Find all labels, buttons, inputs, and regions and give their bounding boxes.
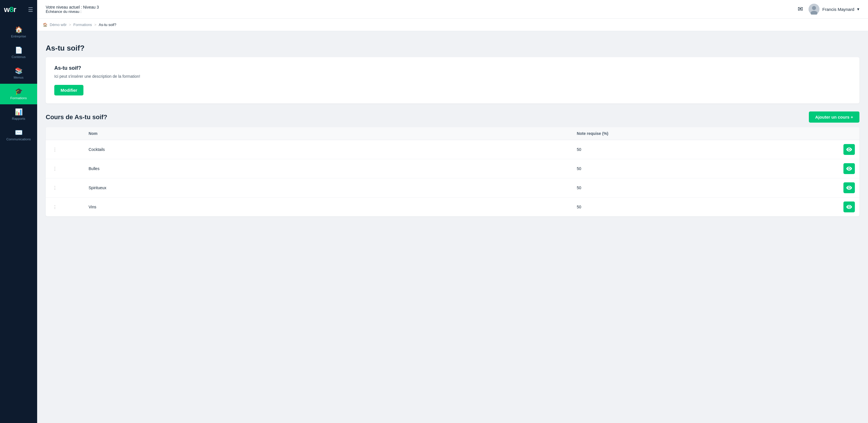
main-area: Votre niveau actuel : Niveau 3 Échéance … bbox=[37, 0, 868, 423]
avatar bbox=[809, 4, 819, 14]
cours-header: Cours de As-tu soif? Ajouter un cours + bbox=[46, 112, 860, 123]
content-inner: As-tu soif? As-tu soif? Ici peut s'insér… bbox=[37, 31, 868, 225]
cours-action-cell bbox=[816, 178, 860, 198]
mail-notification-icon[interactable]: ✉ bbox=[798, 5, 803, 13]
sidebar-label-formations: Formations bbox=[10, 96, 27, 100]
hamburger-icon[interactable]: ☰ bbox=[28, 6, 33, 13]
drag-handle-cell: ⋮ bbox=[46, 198, 84, 217]
sidebar: w8r ☰ 🏠 Entreprise 📄 Contenus 📚 Menus 🎓 … bbox=[0, 0, 37, 423]
echeance-text: Échéance du niveau : bbox=[46, 9, 99, 14]
drag-handle-icon[interactable]: ⋮ bbox=[50, 147, 59, 152]
formation-card-title: As-tu soif? bbox=[54, 65, 851, 71]
topbar: Votre niveau actuel : Niveau 3 Échéance … bbox=[37, 0, 868, 19]
cours-action-cell bbox=[816, 159, 860, 178]
eye-icon bbox=[846, 148, 852, 151]
logo: w8r bbox=[4, 5, 16, 14]
topbar-right: ✉ Francis Maynard ▾ bbox=[798, 4, 860, 14]
sidebar-label-contenus: Contenus bbox=[11, 55, 25, 59]
breadcrumb-home[interactable]: Démo w8r bbox=[50, 23, 67, 27]
modifier-button[interactable]: Modifier bbox=[54, 85, 84, 95]
table-row: ⋮ Spiritueux 50 bbox=[46, 178, 860, 198]
breadcrumb-sep-1: > bbox=[69, 23, 71, 27]
breadcrumb: 🏠 Démo w8r > Formations > As-tu soif? bbox=[37, 19, 868, 31]
breadcrumb-formations[interactable]: Formations bbox=[73, 23, 92, 27]
avatar-icon bbox=[809, 4, 819, 14]
drag-handle-icon[interactable]: ⋮ bbox=[50, 167, 59, 171]
cours-section-title: Cours de As-tu soif? bbox=[46, 114, 107, 121]
drag-handle-cell: ⋮ bbox=[46, 159, 84, 178]
drag-handle-icon[interactable]: ⋮ bbox=[50, 185, 59, 190]
breadcrumb-sep-2: > bbox=[94, 23, 97, 27]
page-title: As-tu soif? bbox=[46, 44, 860, 53]
user-name: Francis Maynard bbox=[822, 7, 854, 12]
sidebar-label-rapports: Rapports bbox=[12, 117, 25, 120]
user-menu[interactable]: Francis Maynard ▾ bbox=[809, 4, 860, 14]
sidebar-label-menus: Menus bbox=[14, 76, 24, 79]
cours-name-cell: Vins bbox=[84, 198, 572, 217]
eye-icon bbox=[846, 186, 852, 190]
cours-name-cell: Bulles bbox=[84, 159, 572, 178]
cours-action-cell bbox=[816, 140, 860, 159]
view-cours-button[interactable] bbox=[843, 182, 855, 193]
col-header-drag bbox=[46, 127, 84, 140]
home-icon: 🏠 bbox=[15, 27, 23, 33]
formation-card-description: Ici peut s'insérer une description de la… bbox=[54, 74, 851, 79]
chart-icon: 📊 bbox=[15, 109, 23, 115]
sidebar-item-rapports[interactable]: 📊 Rapports bbox=[0, 104, 37, 125]
cours-table-body: ⋮ Cocktails 50 ⋮ Bulles 50 bbox=[46, 140, 860, 217]
view-cours-button[interactable] bbox=[843, 202, 855, 212]
breadcrumb-current: As-tu soif? bbox=[99, 23, 116, 27]
cours-name-cell: Cocktails bbox=[84, 140, 572, 159]
eye-icon bbox=[846, 205, 852, 209]
mail-icon: ✉️ bbox=[15, 129, 23, 136]
eye-icon bbox=[846, 167, 852, 171]
col-header-nom: Nom bbox=[84, 127, 572, 140]
table-row: ⋮ Bulles 50 bbox=[46, 159, 860, 178]
cours-name-cell: Spiritueux bbox=[84, 178, 572, 198]
col-header-note: Note requise (%) bbox=[572, 127, 816, 140]
sidebar-item-communications[interactable]: ✉️ Communications bbox=[0, 125, 37, 146]
book-icon: 📚 bbox=[15, 68, 23, 74]
view-cours-button[interactable] bbox=[843, 144, 855, 155]
content-area: 🏠 Démo w8r > Formations > As-tu soif? As… bbox=[37, 19, 868, 423]
sidebar-item-contenus[interactable]: 📄 Contenus bbox=[0, 42, 37, 63]
topbar-left: Votre niveau actuel : Niveau 3 Échéance … bbox=[46, 5, 99, 14]
cours-table: Nom Note requise (%) ⋮ Cocktails 50 bbox=[46, 127, 860, 216]
sidebar-item-formations[interactable]: 🎓 Formations bbox=[0, 84, 37, 104]
sidebar-nav: 🏠 Entreprise 📄 Contenus 📚 Menus 🎓 Format… bbox=[0, 22, 37, 146]
table-row: ⋮ Vins 50 bbox=[46, 198, 860, 217]
file-icon: 📄 bbox=[15, 47, 23, 54]
user-caret-icon: ▾ bbox=[857, 7, 860, 12]
cours-note-cell: 50 bbox=[572, 140, 816, 159]
cours-action-cell bbox=[816, 198, 860, 217]
home-breadcrumb-icon: 🏠 bbox=[43, 23, 48, 27]
sidebar-logo-area: w8r ☰ bbox=[0, 0, 37, 19]
cours-note-cell: 50 bbox=[572, 198, 816, 217]
drag-handle-cell: ⋮ bbox=[46, 178, 84, 198]
cours-note-cell: 50 bbox=[572, 178, 816, 198]
sidebar-item-entreprise[interactable]: 🏠 Entreprise bbox=[0, 22, 37, 42]
table-row: ⋮ Cocktails 50 bbox=[46, 140, 860, 159]
sidebar-item-menus[interactable]: 📚 Menus bbox=[0, 63, 37, 84]
cours-note-cell: 50 bbox=[572, 159, 816, 178]
graduation-icon: 🎓 bbox=[15, 88, 23, 95]
view-cours-button[interactable] bbox=[843, 163, 855, 174]
formation-card: As-tu soif? Ici peut s'insérer une descr… bbox=[46, 57, 860, 103]
col-header-action bbox=[816, 127, 860, 140]
cours-table-head: Nom Note requise (%) bbox=[46, 127, 860, 140]
drag-handle-icon[interactable]: ⋮ bbox=[50, 205, 59, 210]
add-cours-button[interactable]: Ajouter un cours + bbox=[809, 112, 860, 123]
sidebar-label-entreprise: Entreprise bbox=[11, 35, 26, 38]
cours-table-element: Nom Note requise (%) ⋮ Cocktails 50 bbox=[46, 127, 860, 216]
level-text: Votre niveau actuel : Niveau 3 bbox=[46, 5, 99, 9]
svg-point-1 bbox=[812, 6, 816, 10]
drag-handle-cell: ⋮ bbox=[46, 140, 84, 159]
sidebar-label-communications: Communications bbox=[6, 138, 31, 141]
cours-table-header-row: Nom Note requise (%) bbox=[46, 127, 860, 140]
